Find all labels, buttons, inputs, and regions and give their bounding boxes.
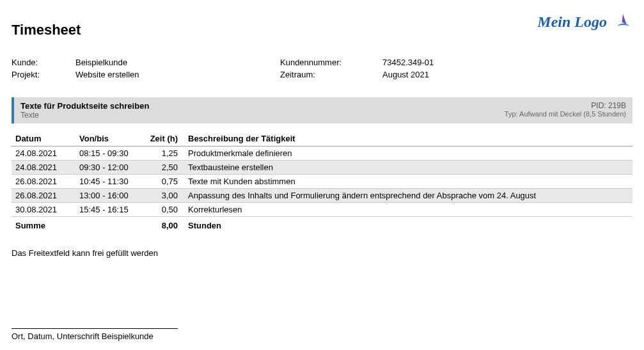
cell-beschreibung: Anpassung des Inhalts und Formulierung ä… (184, 189, 632, 203)
table-header-row: Datum Von/bis Zeit (h) Beschreibung der … (12, 131, 632, 147)
col-beschreibung-header: Beschreibung der Tätigkeit (184, 131, 632, 147)
table-body: 24.08.202108:15 - 09:301,25Produktmerkma… (12, 147, 632, 217)
header: Timesheet Mein Logo (12, 10, 632, 38)
kundennummer-label: Kundennummer: (280, 58, 382, 67)
cell-datum: 26.08.2021 (12, 189, 75, 203)
timesheet-table: Datum Von/bis Zeit (h) Beschreibung der … (12, 131, 632, 234)
kundennummer-value: 73452.349-01 (382, 58, 632, 67)
summary-label: Summe (12, 217, 75, 235)
cell-datum: 26.08.2021 (12, 175, 75, 189)
cell-zeit: 0,50 (146, 203, 184, 217)
table-row: 26.08.202113:00 - 16:003,00Anpassung des… (12, 189, 632, 203)
signature-block: Ort, Datum, Unterschrift Beispielkunde (12, 328, 632, 341)
cell-beschreibung: Produktmerkmale definieren (184, 147, 632, 161)
cell-datum: 30.08.2021 (12, 203, 75, 217)
kunde-value: Beispielkunde (75, 58, 280, 67)
signature-caption: Ort, Datum, Unterschrift Beispielkunde (12, 331, 632, 341)
table-summary-row: Summe 8,00 Stunden (12, 217, 632, 235)
logo-icon (613, 12, 632, 33)
table-row: 30.08.202115:45 - 16:150,50Korrekturlese… (12, 203, 632, 217)
table-row: 24.08.202108:15 - 09:301,25Produktmerkma… (12, 147, 632, 161)
cell-vonbis: 13:00 - 16:00 (75, 189, 146, 203)
col-datum-header: Datum (12, 131, 75, 147)
meta-info: Kunde: Beispielkunde Kundennummer: 73452… (12, 58, 632, 79)
cell-datum: 24.08.2021 (12, 147, 75, 161)
table-row: 24.08.202109:30 - 12:002,50Textbausteine… (12, 161, 632, 175)
cell-zeit: 1,25 (146, 147, 184, 161)
projekt-value: Website erstellen (75, 70, 280, 79)
cell-zeit: 3,00 (146, 189, 184, 203)
table-row: 26.08.202110:45 - 11:300,75Texte mit Kun… (12, 175, 632, 189)
projekt-label: Projekt: (12, 70, 75, 79)
logo: Mein Logo (537, 10, 632, 33)
col-vonbis-header: Von/bis (75, 131, 146, 147)
cell-vonbis: 08:15 - 09:30 (75, 147, 146, 161)
cell-zeit: 0,75 (146, 175, 184, 189)
cell-vonbis: 09:30 - 12:00 (75, 161, 146, 175)
signature-line (12, 328, 178, 329)
cell-beschreibung: Texte mit Kunden abstimmen (184, 175, 632, 189)
cell-vonbis: 10:45 - 11:30 (75, 175, 146, 189)
page-title: Timesheet (12, 10, 81, 38)
section-pid: PID: 219B (505, 101, 626, 110)
logo-text: Mein Logo (537, 13, 607, 31)
cell-beschreibung: Textbausteine erstellen (184, 161, 632, 175)
zeitraum-value: August 2021 (382, 70, 632, 79)
summary-zeit: 8,00 (146, 217, 184, 235)
cell-vonbis: 15:45 - 16:15 (75, 203, 146, 217)
cell-datum: 24.08.2021 (12, 161, 75, 175)
section-typ: Typ: Aufwand mit Deckel (8,5 Stunden) (505, 110, 626, 118)
col-zeit-header: Zeit (h) (146, 131, 184, 147)
cell-beschreibung: Korrekturlesen (184, 203, 632, 217)
section-subtitle: Texte (20, 111, 149, 120)
section-title: Texte für Produktseite schreiben (20, 101, 149, 111)
zeitraum-label: Zeitraum: (280, 70, 382, 79)
kunde-label: Kunde: (12, 58, 75, 67)
section-header: Texte für Produktseite schreiben Texte P… (12, 97, 632, 123)
freetext: Das Freitextfeld kann frei gefüllt werde… (12, 248, 632, 258)
summary-unit: Stunden (184, 217, 632, 235)
cell-zeit: 2,50 (146, 161, 184, 175)
